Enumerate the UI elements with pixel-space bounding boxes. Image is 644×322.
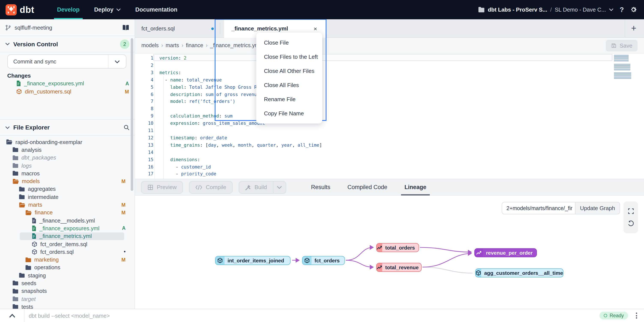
git-branch-row[interactable]: sqlfluff-meeting xyxy=(0,19,134,36)
tree-item-dbt-packages[interactable]: dbt_packages xyxy=(0,154,135,162)
tree-item-marketing[interactable]: marketingM xyxy=(0,256,135,264)
breadcrumb-item[interactable]: models xyxy=(142,43,159,49)
settings-gear-icon[interactable] xyxy=(630,6,637,13)
tree-item-label: _finance__models.yml xyxy=(40,217,95,224)
changes-list: _finance_exposures.ymlAdim_customers.sql… xyxy=(0,79,135,96)
folder-icon xyxy=(12,296,18,301)
code-line[interactable]: 6 description: sum of gross revenue xyxy=(135,91,644,98)
breadcrumb-item[interactable]: finance xyxy=(186,43,203,49)
changed-file-name: dim_customers.sql xyxy=(25,88,71,95)
tree-item-marts[interactable]: martsM xyxy=(0,201,135,209)
code-line[interactable]: 9 calculation_method: sum xyxy=(135,112,644,120)
code-line[interactable]: 11 xyxy=(135,127,644,134)
tree-item-rapid-onboarding-exemplar[interactable]: rapid-onboarding-exemplar xyxy=(0,138,135,146)
code-line[interactable]: 5 label: Total Jaffle Shop Gross Re xyxy=(135,83,644,91)
lineage-node-revenue_per_order[interactable]: revenue_per_order xyxy=(474,248,537,257)
code-line[interactable]: 10 expression: gross_item_sales_amount xyxy=(135,120,644,127)
tree-item-macros[interactable]: macros xyxy=(0,169,135,177)
code-line[interactable]: 2 xyxy=(135,62,644,69)
context-menu-item-close-files-to-the-left[interactable]: Close Files to the Left xyxy=(256,50,322,64)
changed-file-row[interactable]: dim_customers.sqlM xyxy=(0,88,135,96)
file-tree-scrollbar[interactable] xyxy=(131,38,133,191)
code-line[interactable]: 13 time_grains: [day, week, month, quart… xyxy=(135,142,644,149)
code-line[interactable]: 7 model: ref('fct_orders') xyxy=(135,98,644,105)
nav-item-documentation[interactable]: Documentation xyxy=(128,0,185,19)
context-menu-item-close-file[interactable]: Close File xyxy=(256,36,322,50)
code-line[interactable]: 8 xyxy=(135,105,644,113)
commit-and-sync-button[interactable]: Commit and sync xyxy=(7,55,126,69)
account-switcher[interactable]: dbt Labs - ProServ S... / SL Demo - Dave… xyxy=(478,7,614,13)
code-line[interactable]: 14 xyxy=(135,149,644,156)
tree-item-fct-order-items-sql[interactable]: fct_order_items.sql xyxy=(0,240,135,248)
code-line[interactable]: 3metrics: xyxy=(135,69,644,76)
version-control-header[interactable]: Version Control 2 xyxy=(0,36,134,52)
close-icon[interactable]: × xyxy=(314,25,317,32)
tree-item-logs[interactable]: logs xyxy=(0,162,135,170)
commit-options-caret[interactable] xyxy=(108,55,126,68)
tree-item-analysis[interactable]: analysis xyxy=(0,146,135,154)
tree-item-operations[interactable]: operations xyxy=(0,264,135,272)
tab-fct-orders[interactable]: fct_orders.sql xyxy=(135,19,220,38)
build-options-caret[interactable] xyxy=(273,181,286,193)
lineage-node-agg_customer_orders__all_time[interactable]: agg_customer_orders__all_time xyxy=(475,268,564,277)
tree-item-fct-orders-sql[interactable]: fct_orders.sql• xyxy=(0,248,135,256)
build-button[interactable]: Build xyxy=(239,181,286,194)
tree-item-intermediate[interactable]: intermediate xyxy=(0,193,135,201)
tree-item-staging[interactable]: staging xyxy=(0,271,135,279)
lineage-node-int_order_items_joined[interactable]: int_order_items_joined xyxy=(215,256,290,265)
context-menu-item-copy-file-name[interactable]: Copy File Name xyxy=(256,106,322,121)
context-menu-item-close-all-files[interactable]: Close All Files xyxy=(256,78,322,92)
tree-item-finance[interactable]: financeM xyxy=(0,209,135,216)
code-line[interactable]: 15 dimensions: xyxy=(135,156,644,163)
code-line[interactable]: 12 timestamp: order_date xyxy=(135,134,644,142)
tree-item-aggregates[interactable]: aggregates xyxy=(0,185,135,193)
preview-button[interactable]: Preview xyxy=(141,181,183,194)
tab-lineage[interactable]: Lineage xyxy=(396,179,435,195)
line-number: 16 xyxy=(135,163,154,170)
kebab-menu-icon[interactable] xyxy=(634,311,639,320)
nav-item-develop[interactable]: Develop xyxy=(50,0,87,19)
code-line[interactable]: 17 - priority_code xyxy=(135,170,644,178)
breadcrumb-item[interactable]: _finance_metrics.yml xyxy=(210,43,260,49)
tree-item--finance-metrics-yml[interactable]: _finance_metrics.yml xyxy=(0,232,135,240)
lineage-selector-input[interactable]: 2+models/marts/finance/_fir xyxy=(502,202,576,214)
code-line[interactable]: 1version: 2 xyxy=(135,55,644,62)
context-menu-item-close-all-other-files[interactable]: Close All Other Files xyxy=(256,64,322,78)
reset-view-icon[interactable] xyxy=(628,221,634,227)
folder-icon xyxy=(12,281,18,286)
search-icon[interactable] xyxy=(124,124,130,131)
docs-book-icon[interactable] xyxy=(122,24,130,31)
fullscreen-icon[interactable] xyxy=(628,208,634,214)
tab-compiled-code[interactable]: Compiled Code xyxy=(339,179,396,195)
code-editor[interactable]: 1version: 223metrics:4 - name: total_rev… xyxy=(135,54,644,179)
tree-item-target[interactable]: target xyxy=(0,295,135,303)
lineage-node-total_revenue[interactable]: total_revenue xyxy=(376,263,422,272)
tree-item--finance-exposures-yml[interactable]: _finance_exposures.ymlA xyxy=(0,224,135,232)
file-explorer-header[interactable]: File Explorer xyxy=(0,119,135,136)
save-button[interactable]: Save xyxy=(606,40,638,52)
tree-item-tests[interactable]: tests xyxy=(0,303,135,309)
expand-console-chevron-icon[interactable] xyxy=(0,314,24,317)
editor-minimap[interactable] xyxy=(614,55,632,81)
context-menu-item-rename-file[interactable]: Rename File xyxy=(256,92,322,106)
help-button[interactable]: ? xyxy=(620,6,624,14)
tab-results[interactable]: Results xyxy=(302,179,339,195)
tree-item-models[interactable]: modelsM xyxy=(0,177,135,185)
lineage-node-fct_orders[interactable]: fct_orders xyxy=(302,256,345,265)
compile-button[interactable]: Compile xyxy=(189,181,233,194)
editor-tab-bar: fct_orders.sql _finance_metrics.yml × + xyxy=(135,19,644,38)
metric-chart-icon xyxy=(377,263,382,271)
changed-file-row[interactable]: _finance_exposures.ymlA xyxy=(0,79,135,88)
tree-item-snapshots[interactable]: snapshots xyxy=(0,287,135,295)
nav-item-deploy[interactable]: Deploy xyxy=(87,0,128,19)
dbt-logo[interactable]: dbt xyxy=(6,4,34,15)
breadcrumb-item[interactable]: marts xyxy=(166,43,179,49)
update-graph-button[interactable]: Update Graph xyxy=(576,202,620,214)
code-line[interactable]: 16 - customer_id xyxy=(135,163,644,170)
new-tab-button[interactable]: + xyxy=(628,22,640,34)
code-line[interactable]: 4 - name: total_revenue xyxy=(135,76,644,83)
lineage-node-total_orders[interactable]: total_orders xyxy=(376,243,419,252)
tree-item--finance-models-yml[interactable]: _finance__models.yml xyxy=(0,216,135,224)
dbt-command-input[interactable]: dbt build --select <model_name> xyxy=(24,312,600,319)
tree-item-seeds[interactable]: seeds xyxy=(0,279,135,287)
